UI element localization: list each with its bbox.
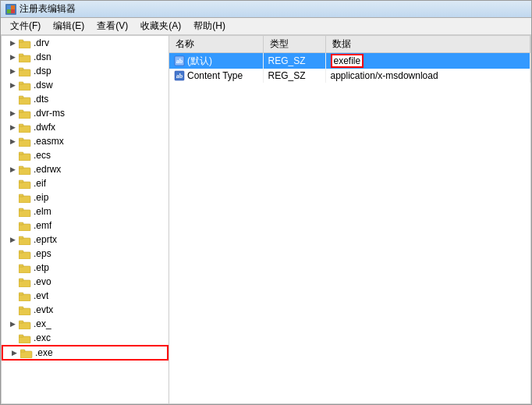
svg-rect-13: [19, 96, 23, 98]
registry-value-icon: ab: [174, 55, 185, 66]
svg-rect-5: [19, 40, 23, 42]
tree-item[interactable]: ▶ .dvr-ms: [2, 106, 168, 120]
cell-type: REG_SZ: [263, 69, 325, 83]
tree-item[interactable]: .evt: [2, 289, 168, 303]
tree-item-label: .dsw: [34, 80, 53, 91]
tree-item[interactable]: .dts: [2, 92, 168, 106]
main-area: ▶ .drv▶ .dsn▶ .dsp▶ .dsw .dts▶ .dvr-ms▶ …: [1, 35, 531, 404]
svg-rect-3: [11, 9, 15, 13]
folder-icon: [19, 137, 31, 146]
tree-item[interactable]: ▶ .ex_: [2, 317, 168, 331]
svg-rect-45: [19, 321, 23, 323]
menu-edit[interactable]: 编辑(E): [47, 18, 90, 34]
tree-item[interactable]: .eps: [2, 247, 168, 261]
tree-item-label: .elm: [34, 206, 51, 217]
svg-rect-43: [19, 307, 23, 309]
svg-rect-1: [11, 5, 15, 9]
expand-icon: [8, 249, 17, 258]
tree-item[interactable]: .elm: [2, 204, 168, 218]
expand-icon: ▶: [8, 52, 17, 62]
expand-icon: ▶: [8, 319, 17, 329]
svg-rect-46: [19, 336, 30, 343]
tree-item[interactable]: ▶ .dsw: [2, 78, 168, 92]
svg-rect-7: [19, 54, 23, 56]
tree-item[interactable]: ▶ .edrwx: [2, 162, 168, 176]
table-row[interactable]: ab Content TypeREG_SZapplication/x-msdow…: [169, 69, 530, 83]
tree-item-label: .eprtx: [34, 234, 57, 245]
expand-icon: [8, 221, 17, 230]
tree-item-label: .exc: [34, 332, 51, 343]
tree-item[interactable]: .eif: [2, 176, 168, 190]
tree-item[interactable]: .evo: [2, 275, 168, 289]
svg-rect-38: [19, 280, 30, 287]
menu-view[interactable]: 查看(V): [90, 18, 134, 34]
col-name[interactable]: 名称: [169, 36, 263, 53]
tree-item-label: .eif: [34, 178, 46, 189]
tree-item[interactable]: ▶ .easmx: [2, 134, 168, 148]
tree-item[interactable]: ▶ .dsp: [2, 64, 168, 78]
registry-values: 名称 类型 数据 ab (默认)REG_SZexefile ab Content…: [169, 36, 530, 403]
tree-item-label: .drv: [34, 37, 49, 48]
value-name: Content Type: [187, 70, 243, 81]
tree-item-label: .dvr-ms: [34, 108, 65, 119]
cell-name: ab (默认): [169, 53, 263, 69]
tree-item[interactable]: ▶ .eprtx: [2, 233, 168, 247]
tree-item[interactable]: ▶ .dwfx: [2, 120, 168, 134]
title-bar: 注册表编辑器: [1, 1, 531, 18]
svg-text:ab: ab: [176, 58, 183, 65]
folder-icon: [19, 52, 31, 62]
tree-item-label: .evtx: [34, 304, 53, 315]
svg-rect-22: [19, 168, 30, 175]
col-type[interactable]: 类型: [263, 36, 325, 53]
folder-icon: [19, 249, 31, 258]
menu-file[interactable]: 文件(F): [4, 18, 47, 34]
folder-icon: [19, 305, 31, 314]
expand-icon: ▶: [8, 123, 17, 132]
folder-icon: [20, 348, 33, 357]
tree-item[interactable]: .evtx: [2, 303, 168, 317]
tree-item-label: .edrwx: [34, 164, 61, 175]
tree-item[interactable]: .eip: [2, 190, 168, 204]
values-table: 名称 类型 数据 ab (默认)REG_SZexefile ab Content…: [169, 36, 530, 83]
expand-icon: [8, 291, 17, 300]
tree-item-label: .dsp: [34, 66, 51, 76]
expand-icon: [8, 193, 17, 202]
tree-item[interactable]: ▶ .dsn: [2, 50, 168, 64]
folder-icon: [19, 123, 31, 132]
svg-rect-6: [19, 55, 30, 62]
folder-icon: [19, 94, 31, 104]
registry-value-icon: ab: [174, 70, 185, 81]
menu-favorites[interactable]: 收藏夹(A): [134, 18, 187, 34]
tree-item[interactable]: .ecs: [2, 148, 168, 162]
folder-icon: [19, 333, 31, 343]
folder-icon: [19, 319, 31, 329]
expand-icon: [8, 263, 17, 272]
svg-rect-17: [19, 124, 23, 126]
tree-item-label: .eip: [34, 192, 48, 203]
svg-rect-42: [19, 308, 30, 315]
tree-item[interactable]: .emf: [2, 218, 168, 233]
registry-tree[interactable]: ▶ .drv▶ .dsn▶ .dsp▶ .dsw .dts▶ .dvr-ms▶ …: [2, 36, 169, 403]
tree-item[interactable]: .etp: [2, 261, 168, 275]
cell-data: exefile: [325, 53, 530, 69]
svg-rect-39: [19, 279, 23, 281]
svg-rect-14: [19, 112, 30, 119]
svg-rect-49: [20, 350, 25, 352]
expand-icon: ▶: [8, 66, 17, 76]
tree-item-label: .ex_: [34, 318, 51, 329]
tree-item[interactable]: ▶ .exe: [2, 345, 168, 361]
svg-rect-29: [19, 208, 23, 211]
expand-icon: [8, 207, 17, 216]
svg-rect-10: [19, 83, 30, 91]
table-row[interactable]: ab (默认)REG_SZexefile: [169, 53, 530, 69]
folder-icon: [19, 80, 31, 90]
col-data[interactable]: 数据: [325, 36, 530, 53]
expand-icon: [8, 179, 17, 188]
tree-item-label: .easmx: [34, 136, 64, 147]
folder-icon: [19, 38, 31, 48]
tree-item[interactable]: .exc: [2, 331, 168, 345]
folder-icon: [19, 263, 31, 272]
menu-help[interactable]: 帮助(H): [187, 18, 232, 34]
tree-item-label: .dwfx: [34, 122, 55, 133]
tree-item[interactable]: ▶ .drv: [2, 36, 168, 50]
